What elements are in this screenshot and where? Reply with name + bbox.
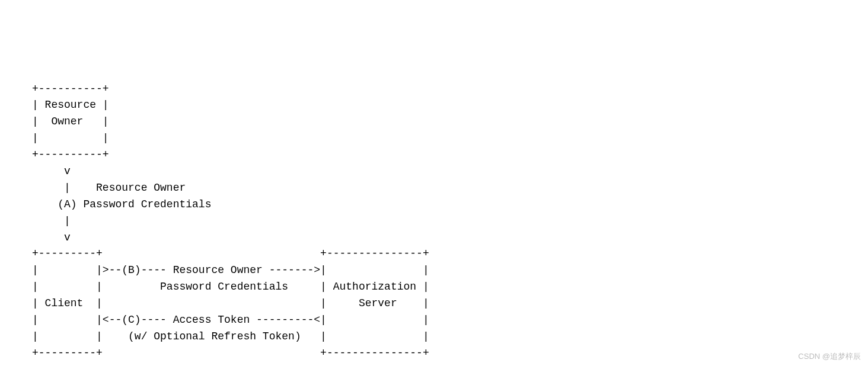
diagram-line-7: (A) Password Credentials [0,198,211,210]
diagram-line-3: | | [0,132,109,144]
diagram-line-8: | [0,215,71,227]
diagram-line-14: | |<--(C)---- Access Token ---------<| | [0,314,429,326]
ascii-diagram: +----------+ | Resource | | Owner | | | … [0,81,868,366]
diagram-line-12: | | Password Credentials | Authorization… [0,281,429,293]
diagram-line-10: +---------+ +---------------+ [0,248,429,259]
diagram-line-4: +----------+ [0,149,109,160]
diagram-line-2: | Owner | [0,115,109,127]
diagram-line-6: | Resource Owner [0,182,186,194]
diagram-line-0: +----------+ [0,83,109,95]
diagram-line-9: v [0,232,71,243]
diagram-line-16: +---------+ +---------------+ [0,347,429,359]
diagram-line-5: v [0,165,71,177]
diagram-line-13: | Client | | Server | [0,297,429,309]
diagram-line-11: | |>--(B)---- Resource Owner ------->| | [0,264,429,276]
diagram-line-15: | | (w/ Optional Refresh Token) | | [0,330,429,342]
diagram-line-1: | Resource | [0,99,109,111]
watermark-text: CSDN @追梦梓辰 [798,351,861,362]
